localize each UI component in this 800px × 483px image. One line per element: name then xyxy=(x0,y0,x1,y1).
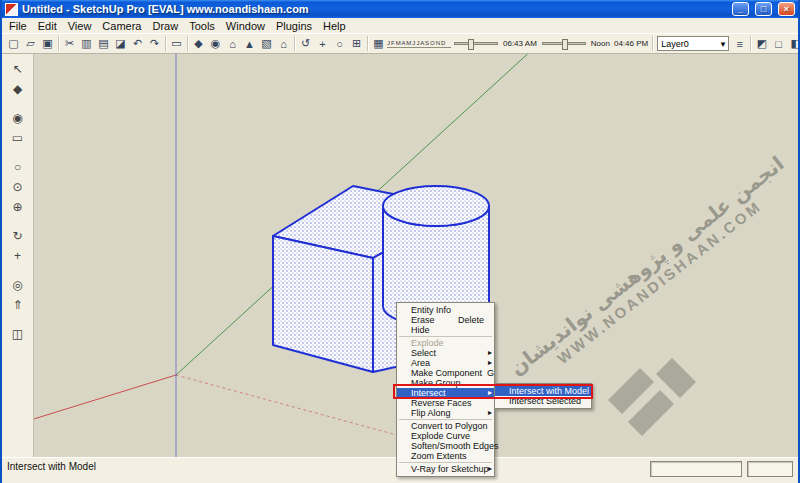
menu-item-label: Intersect with Model xyxy=(509,386,589,396)
rotate-tool-icon[interactable]: ↻ xyxy=(7,226,29,246)
submenu-arrow-icon: ▸ xyxy=(488,348,492,358)
menu-edit[interactable]: Edit xyxy=(33,20,62,32)
cut-icon[interactable]: ✂ xyxy=(61,35,78,52)
menu-item-area[interactable]: Area▸ xyxy=(397,358,494,368)
front-view-icon[interactable]: ◧ xyxy=(787,35,800,52)
menu-view[interactable]: View xyxy=(63,20,97,32)
section-plane-tool-icon[interactable]: ◫ xyxy=(7,324,29,344)
menu-item-convert-to-polygon[interactable]: Convert to Polygon xyxy=(397,421,494,431)
menu-item-select[interactable]: Select▸ xyxy=(397,348,494,358)
pan-icon[interactable]: + xyxy=(314,35,331,52)
select-tool-icon[interactable]: ↖ xyxy=(7,59,29,79)
menu-item-label: Entity Info xyxy=(411,305,451,315)
submenu-arrow-icon: ▸ xyxy=(488,358,492,368)
undo-icon[interactable]: ↶ xyxy=(129,35,146,52)
menu-item-entity-info[interactable]: Entity Info xyxy=(397,305,494,315)
toolbar-separator xyxy=(165,36,166,51)
make-component-tool-icon[interactable]: ◆ xyxy=(7,79,29,99)
shadow-noon-label: Noon xyxy=(591,39,610,48)
menu-item-soften-smooth-edges[interactable]: Soften/Smooth Edges xyxy=(397,441,494,451)
menu-item-label: Reverse Faces xyxy=(411,398,472,408)
get-models-icon[interactable]: ⌂ xyxy=(275,35,292,52)
submenu-item-intersect-selected[interactable]: Intersect Selected xyxy=(495,396,591,406)
menu-separator xyxy=(399,462,492,463)
shadow-date-slider[interactable] xyxy=(454,42,498,45)
copy-icon[interactable]: ▥ xyxy=(78,35,95,52)
shadow-date-months: J F M A M J J A S O N D xyxy=(387,39,451,48)
layer-dropdown[interactable]: Layer0 ▾ xyxy=(657,36,729,51)
erase-icon[interactable]: ◪ xyxy=(112,35,129,52)
menu-item-label: V-Ray for Sketchup xyxy=(411,464,489,474)
menu-item-reverse-faces[interactable]: Reverse Faces xyxy=(397,398,494,408)
shadows-toggle-icon[interactable]: ▦ xyxy=(370,35,387,52)
shadow-time-end-label: 04:46 PM xyxy=(614,39,648,48)
redo-icon[interactable]: ↷ xyxy=(146,35,163,52)
paint-bucket-icon[interactable]: ◉ xyxy=(207,35,224,52)
eraser-tool-icon[interactable]: ▭ xyxy=(7,128,29,148)
zoom-extents-tool-icon[interactable]: ⊕ xyxy=(7,197,29,217)
menu-item-erase[interactable]: EraseDelete xyxy=(397,315,494,325)
red-axis xyxy=(34,375,176,422)
measurements-box[interactable] xyxy=(650,461,742,477)
paste-icon[interactable]: ▤ xyxy=(95,35,112,52)
top-view-icon[interactable]: □ xyxy=(770,35,787,52)
toggle-terrain-icon[interactable]: ▲ xyxy=(241,35,258,52)
axes-tool-icon[interactable]: + xyxy=(7,246,29,266)
menu-camera[interactable]: Camera xyxy=(97,20,146,32)
noandishaan-logo xyxy=(600,348,700,443)
submenu-item-intersect-with-model[interactable]: Intersect with Model xyxy=(495,386,591,396)
toolbar-separator xyxy=(652,36,653,51)
zoom-tool-icon[interactable]: ○ xyxy=(7,157,29,177)
make-component-icon[interactable]: ◆ xyxy=(190,35,207,52)
menu-item-label: Select xyxy=(411,348,436,358)
shadow-time-slider-thumb[interactable] xyxy=(562,39,568,50)
photo-textures-icon[interactable]: ▧ xyxy=(258,35,275,52)
box-left-face[interactable] xyxy=(273,236,373,372)
title-bar: Untitled - SketchUp Pro [EVAL] www.noand… xyxy=(2,0,798,18)
menu-window[interactable]: Window xyxy=(221,20,270,32)
menu-item-explode-curve[interactable]: Explode Curve xyxy=(397,431,494,441)
minimize-button[interactable]: _ xyxy=(732,2,749,16)
menu-item-flip-along[interactable]: Flip Along▸ xyxy=(397,408,494,418)
open-icon[interactable]: ▱ xyxy=(22,35,39,52)
orbit-icon[interactable]: ↺ xyxy=(297,35,314,52)
cylinder-top-face[interactable] xyxy=(383,186,489,226)
app-icon xyxy=(5,3,18,16)
menu-separator xyxy=(399,336,492,337)
menu-item-shortcut: Delete xyxy=(453,315,484,325)
menu-item-label: Make Component xyxy=(411,368,482,378)
look-around-tool-icon[interactable]: ◎ xyxy=(7,275,29,295)
shadow-date-slider-thumb[interactable] xyxy=(468,39,474,50)
zoom-icon[interactable]: ○ xyxy=(331,35,348,52)
toolbar-separator xyxy=(187,36,188,51)
close-button[interactable]: × xyxy=(778,2,795,16)
menu-item-label: Make Group xyxy=(411,378,461,388)
menu-plugins[interactable]: Plugins xyxy=(271,20,317,32)
menu-item-make-group[interactable]: Make Group xyxy=(397,378,494,388)
paint-bucket-tool-icon[interactable]: ◉ xyxy=(7,108,29,128)
value-control-box[interactable] xyxy=(747,461,793,477)
print-icon[interactable]: ▭ xyxy=(168,35,185,52)
menu-item-label: Intersect xyxy=(411,388,446,398)
new-document-icon[interactable]: ▢ xyxy=(5,35,22,52)
walk-tool-icon[interactable]: ⇑ xyxy=(7,295,29,315)
menu-file[interactable]: File xyxy=(4,20,32,32)
menu-tools[interactable]: Tools xyxy=(184,20,220,32)
menu-item-intersect[interactable]: Intersect▸ xyxy=(397,388,494,398)
menu-item-hide[interactable]: Hide xyxy=(397,325,494,335)
menu-item-label: Intersect Selected xyxy=(509,396,581,406)
add-location-icon[interactable]: ⌂ xyxy=(224,35,241,52)
iso-view-icon[interactable]: ◩ xyxy=(753,35,770,52)
shadow-time-slider[interactable] xyxy=(542,42,586,45)
layers-manager-icon[interactable]: ≡ xyxy=(731,35,748,52)
menu-item-vray-for-sketchup[interactable]: V-Ray for Sketchup▸ xyxy=(397,464,494,474)
menu-item-explode: Explode xyxy=(397,338,494,348)
menu-draw[interactable]: Draw xyxy=(147,20,183,32)
zoom-extents-icon[interactable]: ⊞ xyxy=(348,35,365,52)
save-icon[interactable]: ▣ xyxy=(39,35,56,52)
menu-item-make-component[interactable]: Make ComponentG xyxy=(397,368,494,378)
zoom-window-tool-icon[interactable]: ⊙ xyxy=(7,177,29,197)
maximize-button[interactable]: □ xyxy=(755,2,772,16)
menu-help[interactable]: Help xyxy=(318,20,351,32)
menu-item-zoom-extents[interactable]: Zoom Extents xyxy=(397,451,494,461)
